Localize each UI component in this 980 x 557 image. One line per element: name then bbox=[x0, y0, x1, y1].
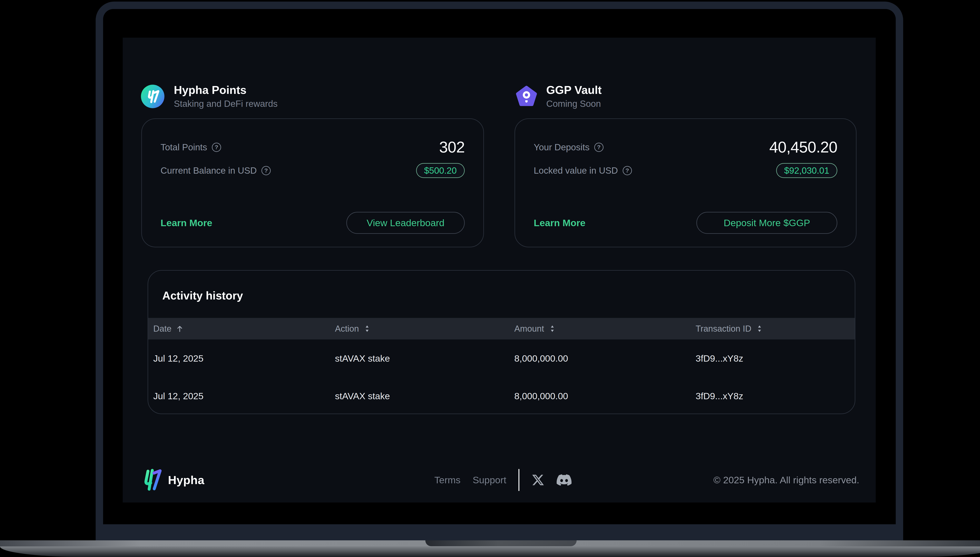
locked-value-row: Locked value in USD ? $92,030.01 bbox=[534, 162, 837, 179]
hypha-footer-logo-icon bbox=[142, 468, 163, 492]
laptop-base-lip bbox=[0, 540, 980, 546]
learn-more-link[interactable]: Learn More bbox=[161, 217, 212, 228]
sort-both-icon bbox=[548, 324, 557, 333]
laptop-screen: Hypha Points Staking and DeFi rewards GG… bbox=[103, 9, 896, 524]
stat-label: Current Balance in USD bbox=[161, 165, 257, 176]
help-icon[interactable]: ? bbox=[594, 143, 604, 152]
footer-brand-name: Hypha bbox=[168, 473, 204, 487]
column-header-transaction-id[interactable]: Transaction ID bbox=[696, 324, 855, 334]
total-points-label-group: Total Points ? bbox=[161, 142, 221, 153]
support-link[interactable]: Support bbox=[472, 474, 506, 485]
cell-date: Jul 12, 2025 bbox=[153, 353, 335, 364]
column-label: Date bbox=[153, 324, 171, 334]
help-icon[interactable]: ? bbox=[212, 143, 221, 152]
stat-label: Your Deposits bbox=[534, 142, 589, 153]
footer-divider bbox=[518, 469, 519, 491]
sort-both-icon bbox=[363, 324, 371, 333]
card-subtitle: Coming Soon bbox=[546, 98, 602, 109]
cell-amount: 8,000,000.00 bbox=[514, 391, 696, 401]
activity-table-header: Date Action Amount bbox=[148, 318, 855, 339]
your-deposits-row: Your Deposits ? 40,450.20 bbox=[534, 137, 837, 157]
column-header-action[interactable]: Action bbox=[335, 324, 514, 334]
laptop-base-underside bbox=[0, 546, 980, 557]
hypha-logo-icon bbox=[140, 84, 165, 109]
hypha-points-actions: Learn More View Leaderboard bbox=[161, 212, 465, 234]
footer-brand: Hypha bbox=[142, 468, 204, 492]
ggp-vault-icon bbox=[516, 85, 537, 107]
total-points-value: 302 bbox=[439, 138, 465, 156]
column-header-date[interactable]: Date bbox=[153, 324, 335, 334]
activity-history-title: Activity history bbox=[162, 289, 243, 302]
current-balance-row: Current Balance in USD ? $500.20 bbox=[161, 162, 465, 179]
locked-usd-badge: $92,030.01 bbox=[776, 163, 837, 178]
laptop-base-notch bbox=[425, 540, 576, 546]
table-row: Jul 12, 2025 stAVAX stake 8,000,000.00 3… bbox=[148, 339, 855, 377]
learn-more-link[interactable]: Learn More bbox=[534, 217, 586, 228]
ggp-vault-card: Your Deposits ? 40,450.20 Locked value i… bbox=[514, 118, 856, 248]
sort-asc-icon bbox=[176, 324, 184, 333]
ggp-vault-header: GGP Vault Coming Soon bbox=[516, 84, 602, 109]
column-label: Transaction ID bbox=[696, 324, 751, 334]
cell-action: stAVAX stake bbox=[335, 391, 514, 401]
cell-date: Jul 12, 2025 bbox=[153, 391, 335, 401]
hypha-points-header: Hypha Points Staking and DeFi rewards bbox=[140, 84, 278, 109]
laptop-screen-bezel: Hypha Points Staking and DeFi rewards GG… bbox=[96, 2, 903, 540]
stat-label: Total Points bbox=[161, 142, 207, 153]
total-points-row: Total Points ? 302 bbox=[161, 137, 465, 157]
copyright-text: © 2025 Hypha. All rights reserved. bbox=[713, 474, 859, 485]
card-title: GGP Vault bbox=[546, 84, 602, 96]
x-twitter-icon[interactable] bbox=[532, 474, 544, 487]
activity-history-card: Activity history Date Action bbox=[148, 270, 855, 414]
cell-transaction-id: 3fD9...xY8z bbox=[696, 391, 855, 401]
column-label: Amount bbox=[514, 324, 544, 334]
column-label: Action bbox=[335, 324, 359, 334]
footer-links: Terms Support bbox=[434, 469, 571, 491]
cell-transaction-id: 3fD9...xY8z bbox=[696, 353, 855, 364]
view-leaderboard-button[interactable]: View Leaderboard bbox=[346, 212, 465, 234]
your-deposits-label-group: Your Deposits ? bbox=[534, 142, 604, 153]
help-icon[interactable]: ? bbox=[262, 166, 271, 175]
balance-usd-badge: $500.20 bbox=[416, 163, 465, 178]
locked-value-label-group: Locked value in USD ? bbox=[534, 165, 632, 176]
dashboard-page: Hypha Points Staking and DeFi rewards GG… bbox=[123, 37, 876, 503]
hypha-points-card: Total Points ? 302 Current Balance in US… bbox=[141, 118, 484, 248]
hypha-points-header-text: Hypha Points Staking and DeFi rewards bbox=[174, 84, 278, 109]
cell-amount: 8,000,000.00 bbox=[514, 353, 696, 364]
column-header-amount[interactable]: Amount bbox=[514, 324, 696, 334]
ggp-vault-header-text: GGP Vault Coming Soon bbox=[546, 84, 602, 109]
discord-icon[interactable] bbox=[557, 472, 571, 487]
table-row: Jul 12, 2025 stAVAX stake 8,000,000.00 3… bbox=[148, 377, 855, 414]
laptop-base bbox=[0, 540, 980, 557]
your-deposits-value: 40,450.20 bbox=[769, 138, 837, 156]
help-icon[interactable]: ? bbox=[623, 166, 632, 175]
terms-link[interactable]: Terms bbox=[434, 474, 461, 485]
deposit-more-ggp-button[interactable]: Deposit More $GGP bbox=[697, 212, 837, 234]
card-title: Hypha Points bbox=[174, 84, 278, 96]
stat-label: Locked value in USD bbox=[534, 165, 618, 176]
card-subtitle: Staking and DeFi rewards bbox=[174, 98, 278, 109]
current-balance-label-group: Current Balance in USD ? bbox=[161, 165, 271, 176]
ggp-vault-actions: Learn More Deposit More $GGP bbox=[534, 212, 837, 234]
sort-both-icon bbox=[755, 324, 764, 333]
cell-action: stAVAX stake bbox=[335, 353, 514, 364]
